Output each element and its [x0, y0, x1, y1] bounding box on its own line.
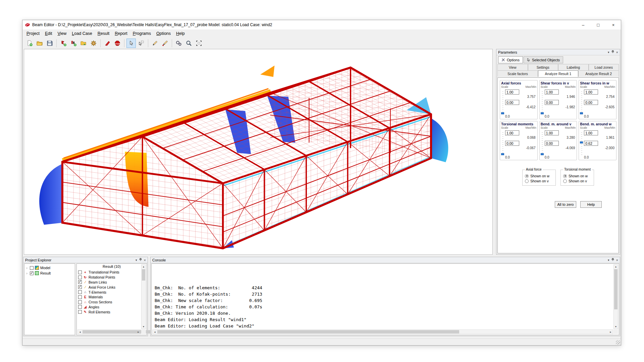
- close-panel-icon[interactable]: ×: [616, 51, 618, 54]
- kinematics-gears-button[interactable]: [174, 39, 183, 48]
- radio-option[interactable]: Shown on v: [525, 179, 553, 183]
- radio-option[interactable]: Shown on v: [563, 179, 591, 183]
- list-item[interactable]: Beam Links: [78, 280, 141, 285]
- list-checkbox[interactable]: [78, 310, 82, 314]
- list-item[interactable]: Axial Force Links: [78, 285, 141, 290]
- list-checkbox[interactable]: [78, 285, 82, 289]
- scale-input[interactable]: [545, 130, 559, 135]
- resize-grip-icon[interactable]: [616, 340, 620, 345]
- list-checkbox[interactable]: [78, 280, 82, 284]
- scale-slider[interactable]: [580, 132, 583, 155]
- menu-item[interactable]: Programs: [130, 30, 154, 37]
- scroll-up-icon[interactable]: ▲: [142, 265, 146, 269]
- tab[interactable]: Settings: [528, 64, 558, 70]
- chevron-down-icon[interactable]: ▾: [608, 51, 609, 54]
- chevron-down-icon[interactable]: ▾: [608, 258, 609, 262]
- model-viewport[interactable]: [24, 49, 493, 255]
- list-item[interactable]: T-Elements: [78, 290, 141, 295]
- offset-input[interactable]: [505, 100, 519, 105]
- minimize-button[interactable]: –: [576, 20, 591, 29]
- tab-options[interactable]: Options: [498, 56, 523, 63]
- scale-slider[interactable]: [501, 92, 504, 114]
- zoom-extent-button[interactable]: [194, 39, 204, 48]
- tab[interactable]: Load zones: [589, 64, 619, 70]
- chevron-down-icon[interactable]: ▾: [136, 258, 137, 262]
- offset-input[interactable]: [584, 141, 598, 146]
- all-to-zero-button[interactable]: All to zero: [555, 201, 576, 208]
- close-panel-icon[interactable]: ×: [616, 258, 618, 262]
- list-item[interactable]: Rotational Points: [78, 275, 141, 280]
- list-item[interactable]: Materials: [78, 295, 141, 300]
- slider-thumb[interactable]: [501, 153, 504, 155]
- close-button[interactable]: ×: [606, 20, 621, 29]
- radio-button[interactable]: [525, 179, 529, 183]
- menu-item[interactable]: Help: [173, 30, 187, 37]
- slider-thumb[interactable]: [580, 141, 583, 143]
- scale-input[interactable]: [584, 130, 598, 135]
- expander-icon[interactable]: ›: [25, 271, 29, 275]
- vertical-scrollbar[interactable]: ▲ ▼: [141, 264, 146, 329]
- tree-checkbox[interactable]: [30, 272, 34, 275]
- list-checkbox[interactable]: [78, 290, 82, 294]
- list-item[interactable]: Angles: [78, 305, 141, 310]
- select-cursor-button[interactable]: [126, 39, 136, 48]
- horizontal-scrollbar[interactable]: ◄ ►: [152, 329, 613, 334]
- scale-input[interactable]: [505, 89, 519, 95]
- scrollbar-thumb[interactable]: [142, 269, 145, 281]
- radio-button[interactable]: [525, 174, 529, 178]
- tab-selected-objects[interactable]: Selected Objects: [524, 56, 563, 63]
- slider-thumb[interactable]: [501, 112, 504, 114]
- list-checkbox[interactable]: [78, 300, 82, 304]
- scroll-left-icon[interactable]: ◄: [78, 330, 82, 334]
- close-panel-icon[interactable]: ×: [144, 258, 146, 262]
- list-item[interactable]: Translational Points: [78, 270, 141, 275]
- horizontal-scrollbar[interactable]: ◄ ►: [77, 329, 141, 334]
- list-item[interactable]: Cross Sections: [78, 300, 141, 305]
- menu-item[interactable]: Report: [112, 30, 130, 37]
- new-button[interactable]: [25, 39, 34, 48]
- scrollbar-thumb[interactable]: [157, 330, 459, 334]
- scale-slider[interactable]: [541, 132, 544, 155]
- radio-button[interactable]: [563, 174, 567, 178]
- pin-icon[interactable]: [611, 50, 614, 54]
- radio-option[interactable]: Shown on w: [563, 174, 591, 178]
- open-button[interactable]: [35, 39, 44, 48]
- slider-thumb[interactable]: [541, 112, 544, 114]
- scale-slider[interactable]: [580, 92, 583, 114]
- menu-item[interactable]: Load Case: [69, 30, 95, 37]
- scroll-right-icon[interactable]: ►: [136, 330, 141, 334]
- console-body[interactable]: Bm_Chk: No. of elements: 4244Bm_Chk: No.…: [151, 263, 619, 335]
- list-checkbox[interactable]: [78, 295, 82, 299]
- add-load-case-button[interactable]: [59, 39, 68, 48]
- pin-icon[interactable]: [139, 258, 142, 262]
- pan-select-button[interactable]: [137, 39, 146, 48]
- scale-input[interactable]: [584, 89, 598, 95]
- tree-item[interactable]: › Model: [25, 265, 74, 270]
- offset-input[interactable]: [584, 100, 598, 105]
- scale-input[interactable]: [505, 130, 519, 135]
- scroll-down-icon[interactable]: ▼: [614, 325, 618, 329]
- scale-input[interactable]: [545, 89, 559, 95]
- menu-item[interactable]: Result: [95, 30, 112, 37]
- tree-item[interactable]: › Result: [25, 270, 74, 276]
- tab[interactable]: Labeling: [558, 64, 589, 70]
- pin-icon[interactable]: [611, 258, 614, 262]
- menu-item[interactable]: Project: [24, 30, 42, 37]
- zoom-button[interactable]: [184, 39, 194, 48]
- scrollbar-thumb[interactable]: [614, 269, 618, 309]
- radio-button[interactable]: [563, 179, 567, 183]
- scroll-down-icon[interactable]: ▼: [142, 325, 146, 329]
- offset-input[interactable]: [545, 100, 559, 105]
- slider-thumb[interactable]: [541, 153, 544, 155]
- help-button[interactable]: Help: [580, 201, 602, 208]
- expander-icon[interactable]: ›: [25, 266, 29, 270]
- tree-checkbox[interactable]: [30, 266, 34, 270]
- stop-button[interactable]: STOP: [113, 39, 122, 48]
- list-item[interactable]: Roll Elements: [78, 309, 141, 314]
- tab[interactable]: Analyze Result 1: [538, 70, 579, 77]
- tab[interactable]: Scale factors: [497, 70, 538, 77]
- save-button[interactable]: [45, 39, 54, 48]
- radio-option[interactable]: Shown on w: [525, 174, 553, 178]
- draw-beam-button[interactable]: [150, 39, 160, 48]
- scroll-right-icon[interactable]: ►: [608, 330, 613, 334]
